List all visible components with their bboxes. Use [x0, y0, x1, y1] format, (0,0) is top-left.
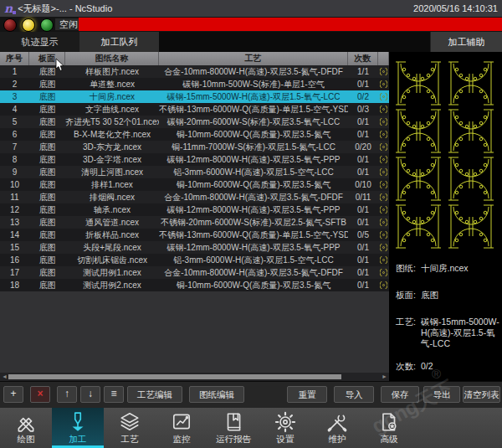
table-row[interactable]: 10 底图 排样1.ncex 铜-10mm-6000W-Q(高质量)-双层3.5…	[0, 178, 389, 191]
row-thumbnail-icon	[378, 178, 389, 191]
edit-list-button[interactable]: ≡	[104, 386, 124, 403]
row-thumbnail-icon	[378, 254, 389, 266]
table-row[interactable]: 11 底图 排烟阀.ncex 合金-10mm-8000W-H(高速)-双层3.5…	[0, 191, 389, 203]
row-thumbnail-icon	[378, 229, 389, 241]
table-row[interactable]: 13 底图 通风管道.ncex 不锈钢-20mm-6000W-S(标准)-双层2…	[0, 216, 389, 229]
nav-label: 维护	[329, 434, 346, 445]
table-empty-area	[0, 291, 389, 368]
detail-process: 工艺: 碳钢-15mm-5000W-H(高速)-双层1.5-氧气-LCC	[396, 317, 499, 349]
table-row[interactable]: 3 底图 十间房.ncex 碳钢-15mm-5000W-H(高速)-双层1.5-…	[0, 90, 389, 103]
led-green-icon	[40, 18, 54, 32]
nav-label: 设置	[277, 434, 295, 445]
tab-queue[interactable]: 加工队列	[79, 32, 159, 52]
header-process: 工艺	[159, 52, 348, 65]
table-row[interactable]: 4 底图 文字曲线.ncex 不锈钢-13mm-6000W-Q(高质量)-单层1…	[0, 103, 389, 116]
nav-label: 工艺	[121, 434, 139, 445]
nav-item-monitor[interactable]: 监控	[156, 408, 207, 448]
import-button[interactable]: 导入	[334, 386, 374, 403]
detail-process-value: 碳钢-15mm-5000W-H(高速)-双层1.5-氧气-LCC	[421, 317, 499, 349]
move-down-button[interactable]: ↓	[80, 386, 100, 403]
machining-queue-table: 序号 板面 图纸名称 工艺 次数 1 底图 样板图片.ncex 合金-10mm-…	[0, 52, 389, 381]
nav-item-report[interactable]: 运行报告	[207, 408, 259, 448]
add-button[interactable]: +	[3, 386, 23, 403]
row-thumbnail-icon	[378, 141, 389, 153]
row-thumbnail-icon	[378, 103, 389, 116]
move-up-button[interactable]: ↑	[57, 386, 77, 403]
nav-item-settings[interactable]: 设置	[259, 408, 311, 448]
header-index: 序号	[0, 52, 29, 65]
nav-item-advanced[interactable]: 高级	[363, 408, 415, 448]
nav-item-process[interactable]: 工艺	[104, 408, 156, 448]
table-row[interactable]: 17 底图 测试用例1.ncex 合金-10mm-8000W-H(高速)-双层3…	[0, 266, 389, 279]
nav-label: 绘图	[18, 434, 35, 445]
nav-label: 监控	[173, 434, 191, 445]
export-button[interactable]: 导出	[423, 386, 460, 403]
scroll-right-icon[interactable]: ►	[382, 373, 387, 380]
detail-count: 次数: 0/2	[396, 361, 499, 373]
detail-drawing-label: 图纸:	[396, 263, 421, 275]
window-title: <无标题>-... - NcStudio	[18, 3, 413, 15]
horizontal-scrollbar[interactable]: ◄ ►	[0, 373, 389, 381]
clear-list-button[interactable]: 清空列表	[463, 386, 500, 403]
table-row[interactable]: 16 底图 切割机床锯齿.ncex 铝-3mm-6000W-H(高速)-双层1.…	[0, 254, 389, 266]
tab-bar: 轨迹显示 加工队列 加工辅助	[0, 32, 502, 52]
scroll-left-icon[interactable]: ◄	[2, 373, 8, 380]
tab-trajectory[interactable]: 轨迹显示	[0, 32, 79, 52]
drawing-preview	[391, 59, 499, 250]
row-thumbnail-icon	[378, 166, 389, 178]
machining-icon	[67, 411, 89, 433]
row-thumbnail-icon	[378, 241, 389, 254]
table-row[interactable]: 8 底图 3D-金字塔.ncex 碳钢-12mm-8000W-H(高速)-双层3…	[0, 153, 389, 166]
layers-icon	[119, 411, 141, 433]
detail-board-label: 板面:	[396, 290, 421, 301]
gear-icon	[274, 411, 296, 433]
detail-drawing-value: 十间房.ncex	[421, 263, 499, 275]
machining-assist-button[interactable]: 加工辅助	[430, 32, 502, 52]
table-row[interactable]: 7 底图 3D-东方龙.ncex 铜-11mm-7000W-S(标准)-双层1.…	[0, 141, 389, 153]
row-thumbnail-icon	[378, 65, 389, 78]
table-row[interactable]: 2 底图 单道整.ncex 碳钢-10mm-500W-S(标准)-单层1-空气 …	[0, 78, 389, 90]
table-row[interactable]: 12 底图 轴承.ncex 碳钢-12mm-8000W-H(高速)-双层3.5-…	[0, 203, 389, 216]
table-header: 序号 板面 图纸名称 工艺 次数	[0, 52, 389, 65]
ncstudio-logo-icon: n	[4, 2, 13, 15]
row-thumbnail-icon	[378, 191, 389, 203]
monitor-chart-icon	[171, 411, 192, 433]
detail-drawing: 图纸: 十间房.ncex	[396, 263, 499, 275]
row-thumbnail-icon	[378, 153, 389, 166]
header-count: 次数	[348, 52, 378, 65]
nav-label: 运行报告	[216, 434, 251, 445]
table-row[interactable]: 5 底图 齐进先T5 30 52个01.ncex 碳钢-20mm-6000W-S…	[0, 116, 389, 128]
save-button[interactable]: 保存	[381, 386, 419, 403]
title-bar: n <无标题>-... - NcStudio 2020/05/16 14:10:…	[0, 0, 502, 17]
row-thumbnail-icon	[378, 279, 389, 291]
drawing-edit-button[interactable]: 图纸编辑	[189, 386, 244, 403]
row-thumbnail-icon	[378, 128, 389, 141]
draw-icon	[15, 411, 37, 433]
row-thumbnail-icon	[378, 266, 389, 279]
status-bar: 空闲	[0, 17, 502, 32]
header-board: 板面	[29, 52, 65, 65]
table-row[interactable]: 9 底图 清明上河图.ncex 铝-3mm-6000W-H(高速)-双层1.5-…	[0, 166, 389, 178]
nav-item-machining[interactable]: 加工	[52, 408, 104, 448]
header-name: 图纸名称	[65, 52, 159, 65]
nav-item-draw[interactable]: 绘图	[0, 408, 52, 448]
table-row[interactable]: 18 底图 测试用例2.ncex 铜-10mm-6000W-Q(高质量)-双层3…	[0, 279, 389, 291]
scrollbar-thumb[interactable]	[8, 374, 341, 379]
process-edit-button[interactable]: 工艺编辑	[127, 386, 182, 403]
tools-icon	[326, 411, 348, 433]
detail-count-label: 次数:	[396, 361, 421, 373]
clock: 2020/05/16 14:10:31	[413, 3, 498, 13]
table-row[interactable]: 15 底图 头段+尾段.ncex 碳钢-12mm-8000W-H(高速)-双层3…	[0, 241, 389, 254]
table-row[interactable]: 14 底图 折板样品.ncex 不锈钢-13mm-6000W-Q(高质量)-单层…	[0, 229, 389, 241]
detail-board: 板面: 底图	[396, 290, 499, 301]
delete-button[interactable]: ×	[30, 386, 50, 403]
table-row[interactable]: 1 底图 样板图片.ncex 合金-10mm-8000W-H(高速)-双层3.5…	[0, 65, 389, 78]
report-book-icon	[223, 411, 244, 433]
nav-item-maintenance[interactable]: 维护	[311, 408, 363, 448]
reset-button[interactable]: 重置	[287, 386, 327, 403]
row-thumbnail-icon	[378, 78, 389, 90]
advanced-doc-icon	[378, 411, 400, 433]
table-row[interactable]: 6 底图 B-X-M老化文件.ncex 铜-10mm-6000W-Q(高质量)-…	[0, 128, 389, 141]
row-thumbnail-icon	[378, 216, 389, 229]
header-preview	[378, 52, 389, 65]
